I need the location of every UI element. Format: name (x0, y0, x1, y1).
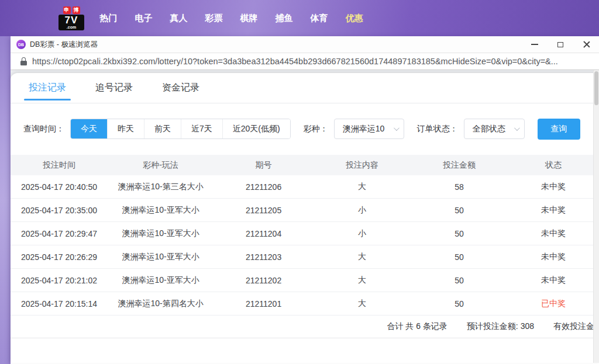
scrollbar-thumb[interactable] (594, 71, 598, 105)
table-row: 2025-04-17 20:35:00 澳洲幸运10-亚军大小 21211205… (11, 199, 599, 222)
bet-status: 未中奖 (508, 228, 599, 239)
tab-fund-records[interactable]: 资金记录 (160, 73, 202, 103)
maximize-button[interactable] (548, 36, 573, 53)
col-header-time: 投注时间 (11, 160, 108, 171)
status-select-value: 全部状态 (473, 124, 505, 134)
nav-item-sports[interactable]: 体育 (310, 13, 328, 24)
col-header-status: 状态 (508, 160, 599, 171)
nav-item-promo[interactable]: 优惠 (345, 13, 363, 24)
bet-status: 未中奖 (508, 182, 599, 192)
nav-item-hot[interactable]: 热门 (99, 13, 118, 24)
bet-issue: 21211202 (214, 276, 314, 285)
bet-time: 2025-04-17 20:15:14 (11, 299, 108, 308)
page-content: 投注记录 追号记录 资金记录 查询时间： 今天 昨天 前天 近7天 近20天(低… (11, 70, 599, 363)
table-row: 2025-04-17 20:15:14 澳洲幸运10-第四名大小 2121120… (11, 292, 599, 316)
summary-valid-amount: 有效投注金 (553, 321, 594, 332)
time-option-7days[interactable]: 近7天 (181, 119, 222, 138)
filter-bar: 查询时间： 今天 昨天 前天 近7天 近20天(低频) 彩种： 澳洲幸运10 订… (23, 119, 599, 139)
bet-amount: 50 (411, 252, 508, 262)
bet-issue: 21211205 (214, 206, 314, 215)
tab-bet-records[interactable]: 投注记录 (26, 73, 68, 103)
lottery-select-value: 澳洲幸运10 (343, 124, 385, 134)
bet-status: 未中奖 (508, 275, 599, 286)
nav-item-live[interactable]: 真人 (170, 13, 188, 24)
bet-issue: 21211206 (214, 182, 314, 192)
bet-amount: 58 (411, 182, 508, 192)
window-titlebar: DB DB彩票 - 极速浏览器 (11, 36, 599, 53)
bet-issue: 21211203 (214, 252, 314, 262)
logo-main-text: 7V (65, 15, 78, 25)
time-option-today[interactable]: 今天 (71, 119, 107, 138)
bet-content: 大 (314, 275, 411, 286)
nav-item-chess[interactable]: 棋牌 (240, 13, 258, 24)
table-row: 2025-04-17 20:29:47 澳洲幸运10-亚军大小 21211204… (11, 222, 599, 245)
time-filter-label: 查询时间： (23, 124, 64, 134)
bet-status: 未中奖 (508, 205, 599, 216)
order-status-select[interactable]: 全部状态 (464, 119, 525, 139)
bet-amount: 50 (411, 206, 508, 215)
bet-game: 澳洲幸运10-第三名大小 (108, 182, 214, 192)
address-bar[interactable]: https://ctop02pcali.2kbxi392.com/lottery… (11, 53, 599, 70)
col-header-game: 彩种-玩法 (108, 160, 214, 171)
close-icon (583, 41, 590, 48)
bet-time: 2025-04-17 20:26:29 (11, 252, 108, 262)
bet-game: 澳洲幸运10-亚军大小 (108, 275, 214, 286)
lottery-filter-label: 彩种： (304, 124, 328, 134)
logo-badges: 申 博 (63, 6, 80, 14)
vertical-scrollbar[interactable] (593, 70, 599, 363)
browser-window: DB DB彩票 - 极速浏览器 https://ctop02pcali.2kbx… (11, 36, 599, 364)
bet-content: 小 (314, 228, 411, 239)
summary-expected-amount: 预计投注金额: 308 (467, 321, 534, 332)
bet-status: 未中奖 (508, 252, 599, 262)
bet-content: 大 (314, 252, 411, 262)
nav-item-lottery[interactable]: 彩票 (205, 13, 223, 24)
bet-content: 小 (314, 205, 411, 216)
col-header-issue: 期号 (214, 160, 314, 171)
bet-issue: 21211204 (214, 229, 314, 238)
logo-badge-left: 申 (63, 6, 71, 14)
lottery-select[interactable]: 澳洲幸运10 (334, 119, 404, 139)
url-text: https://ctop02pcali.2kbxi392.com/lottery… (32, 57, 558, 66)
window-controls (522, 36, 599, 53)
table-row: 2025-04-17 20:26:29 澳洲幸运10-亚军大小 21211203… (11, 245, 599, 269)
records-card: 投注记录 追号记录 资金记录 查询时间： 今天 昨天 前天 近7天 近20天(低… (11, 73, 599, 363)
bet-time: 2025-04-17 20:35:00 (11, 206, 108, 215)
bet-content: 大 (314, 182, 411, 192)
summary-bar: 合计 共 6 条记录 预计投注金额: 308 有效投注金 (11, 316, 599, 338)
status-filter-label: 订单状态： (417, 124, 458, 134)
window-title: DB彩票 - 极速浏览器 (30, 40, 98, 50)
bet-amount: 50 (411, 276, 508, 285)
col-header-content: 投注内容 (314, 160, 411, 171)
bet-amount: 50 (411, 229, 508, 238)
time-option-daybefore[interactable]: 前天 (144, 119, 181, 138)
query-button[interactable]: 查询 (538, 119, 580, 140)
browser-app-icon: DB (16, 40, 26, 49)
chevron-down-icon (514, 125, 520, 131)
minimize-button[interactable] (522, 36, 548, 53)
bet-game: 澳洲幸运10-第四名大小 (108, 299, 214, 309)
bet-game: 澳洲幸运10-亚军大小 (108, 205, 214, 216)
time-option-20days[interactable]: 近20天(低频) (222, 119, 290, 138)
tab-chase-records[interactable]: 追号记录 (93, 73, 135, 103)
nav-item-slots[interactable]: 电子 (135, 13, 153, 24)
summary-total-records: 合计 共 6 条记录 (387, 321, 447, 332)
time-option-yesterday[interactable]: 昨天 (107, 119, 144, 138)
logo-badge-right: 博 (73, 6, 80, 14)
table-header-row: 投注时间 彩种-玩法 期号 投注内容 投注金额 状态 (11, 155, 599, 175)
nav-item-fishing[interactable]: 捕鱼 (275, 13, 293, 24)
ssl-lock-icon (20, 57, 27, 65)
bet-issue: 21211201 (214, 299, 314, 308)
logo-box: 7V .com (58, 15, 84, 30)
bet-time: 2025-04-17 20:21:02 (11, 276, 108, 285)
maximize-icon (557, 42, 563, 47)
table-row: 2025-04-17 20:40:50 澳洲幸运10-第三名大小 2121120… (11, 175, 599, 199)
bet-time: 2025-04-17 20:40:50 (11, 182, 108, 192)
time-filter-group: 今天 昨天 前天 近7天 近20天(低频) (70, 119, 291, 139)
bet-game: 澳洲幸运10-亚军大小 (108, 228, 214, 239)
bet-status: 已中奖 (508, 299, 599, 309)
close-button[interactable] (573, 36, 599, 53)
record-tabs: 投注记录 追号记录 资金记录 (11, 73, 599, 103)
site-logo[interactable]: 申 博 7V .com (58, 6, 84, 30)
minimize-icon (531, 44, 538, 45)
logo-sub-text: .com (67, 25, 76, 29)
